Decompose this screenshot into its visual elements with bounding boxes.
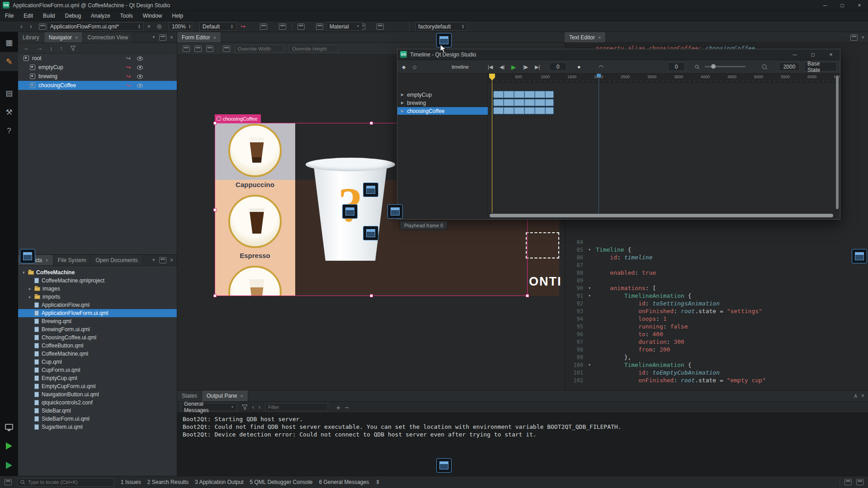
export-icon[interactable]: ↪ xyxy=(241,23,245,30)
timeline-end-marker[interactable] xyxy=(597,74,601,77)
prev-item-icon[interactable]: ‹ xyxy=(252,404,254,410)
project-item[interactable]: ▸imports xyxy=(18,293,177,301)
channel-selector[interactable]: General Messages▼ xyxy=(181,403,237,411)
tab-library[interactable]: Library xyxy=(18,32,44,42)
move-tool-icon[interactable] xyxy=(194,46,202,52)
pane-menu-icon[interactable]: ⇕ xyxy=(375,479,380,485)
project-item[interactable]: qtquickcontrols2.conf xyxy=(18,399,177,407)
chevron-down-icon[interactable]: ▼ xyxy=(152,35,156,39)
debug-run-button[interactable] xyxy=(0,456,18,475)
timeline-row-emptyCup[interactable]: ▶emptyCup xyxy=(397,91,488,99)
menu-item-file[interactable]: File xyxy=(0,11,19,21)
close-button[interactable]: × xyxy=(851,0,868,10)
playhead-frame-field[interactable]: 0 xyxy=(549,62,566,71)
project-item[interactable]: SideBar.qml xyxy=(18,407,177,415)
to-start-icon[interactable]: |◀ xyxy=(488,62,493,71)
close-document-icon[interactable]: × xyxy=(147,23,151,30)
horizontal-scrollbar[interactable] xyxy=(489,213,835,218)
project-item[interactable]: ApplicationFlowForm.ui.qml xyxy=(18,309,177,317)
bookmark-icon[interactable] xyxy=(39,23,46,30)
timeline-settings-icon[interactable]: ◆ xyxy=(402,62,406,71)
split-editor-icon[interactable] xyxy=(850,34,858,41)
timeline-selector[interactable]: timeline xyxy=(452,62,469,71)
move-down-icon[interactable]: ↓ xyxy=(50,45,53,52)
apps-grid-icon[interactable]: ▦ xyxy=(0,33,18,52)
float-panel-icon[interactable] xyxy=(159,34,166,41)
progress-icon[interactable] xyxy=(844,479,852,485)
move-up-icon[interactable]: ↑ xyxy=(60,45,63,52)
project-item[interactable]: EmptyCupForm.ui.qml xyxy=(18,382,177,390)
override-width-field[interactable]: Override Width xyxy=(235,45,284,52)
timeline-window[interactable]: DS Timeline - Qt Design Studio ─ □ × ◆ ◇… xyxy=(397,49,840,220)
close-icon[interactable]: × xyxy=(213,35,216,40)
keyframe-track-choosingCoffee[interactable] xyxy=(493,107,554,114)
float-panel-icon[interactable] xyxy=(159,257,166,263)
list-tool-icon-3[interactable] xyxy=(377,23,384,30)
material-selector[interactable]: Material ▼ xyxy=(326,22,363,31)
next-frame-icon[interactable]: |▶ xyxy=(523,62,528,71)
project-item[interactable]: CoffeeMachine.qmlproject xyxy=(18,277,177,285)
project-item[interactable]: SideBarForm.ui.qml xyxy=(18,415,177,423)
maximize-button[interactable]: □ xyxy=(834,0,851,10)
timeline-row-choosingCoffee[interactable]: ▶choosingCoffee xyxy=(397,107,488,115)
run-button[interactable] xyxy=(0,436,18,455)
project-item[interactable]: BrewingForm.ui.qml xyxy=(18,325,177,333)
close-panel-icon[interactable]: × xyxy=(170,257,173,263)
close-icon[interactable]: × xyxy=(45,258,48,263)
menu-item-edit[interactable]: Edit xyxy=(19,11,38,21)
maximize-button[interactable]: □ xyxy=(804,49,822,60)
style-selector[interactable]: Default ▲▼ xyxy=(199,22,236,31)
project-item[interactable]: Cup.qml xyxy=(18,358,177,366)
project-item[interactable]: Brewing.qml xyxy=(18,317,177,325)
tab-form-editor[interactable]: Form Editor× xyxy=(177,32,221,42)
status-pane-button[interactable]: 3 Application Output xyxy=(195,479,243,485)
current-keyframe-field[interactable]: 0 xyxy=(668,62,685,71)
code-area[interactable]: 8485▾Timeline {86 id: timeline8788 enabl… xyxy=(565,238,868,384)
keyframe-track-brewing[interactable] xyxy=(493,99,554,106)
menu-item-tools[interactable]: Tools xyxy=(115,11,138,21)
project-item[interactable]: ApplicationFlow.qml xyxy=(18,301,177,309)
project-item[interactable]: EmptyCup.qml xyxy=(18,374,177,382)
close-button[interactable]: × xyxy=(822,49,840,60)
menu-item-analyze[interactable]: Analyze xyxy=(86,11,115,21)
cappuccino-image[interactable] xyxy=(228,124,282,177)
close-editor-icon[interactable]: × xyxy=(861,34,864,41)
project-item[interactable]: CupForm.ui.qml xyxy=(18,366,177,374)
forward-button[interactable]: › xyxy=(30,23,32,29)
timeline-titlebar[interactable]: DS Timeline - Qt Design Studio ─ □ × xyxy=(397,49,840,60)
project-item[interactable]: NavigationButton.ui.qml xyxy=(18,390,177,399)
end-frame-field[interactable]: 2000 xyxy=(779,62,800,71)
close-icon[interactable]: × xyxy=(598,35,601,40)
navigator-item-brewing[interactable]: brewing↪ xyxy=(18,72,177,81)
status-pane-button[interactable]: 1 Issues xyxy=(121,479,141,485)
frame-tool-icon-2[interactable] xyxy=(279,23,286,30)
tab-text-editor[interactable]: Text Editor× xyxy=(565,32,606,42)
frame-tool-icon-3[interactable] xyxy=(297,23,305,30)
tab-file-system[interactable]: File System xyxy=(53,255,91,265)
keyframe-track-emptyCup[interactable] xyxy=(493,91,554,98)
design-mode-icon[interactable]: ✎ xyxy=(0,52,18,71)
to-end-icon[interactable]: ▶| xyxy=(535,62,540,71)
status-pane-button[interactable]: 6 General Messages xyxy=(319,479,369,485)
expand-pane-icon[interactable]: ∧ xyxy=(854,393,858,399)
tools-icon[interactable]: ⚒ xyxy=(0,103,18,122)
back-button[interactable]: ‹ xyxy=(20,23,23,29)
minimize-button[interactable]: ─ xyxy=(786,49,804,60)
close-pane-icon[interactable]: × xyxy=(861,393,864,399)
frame-tool-icon-4[interactable] xyxy=(316,23,323,30)
timeline-ruler[interactable]: 5001000150020002500300035004000450050005… xyxy=(488,74,840,83)
status-pane-button[interactable]: 5 QML Debugger Console xyxy=(250,479,313,485)
locator-input[interactable] xyxy=(28,479,111,485)
navigator-item-choosingCoffee[interactable]: choosingCoffee↪ xyxy=(18,81,177,90)
move-left-icon[interactable]: ← xyxy=(24,45,29,52)
filter-icon[interactable] xyxy=(70,46,76,51)
close-panel-icon[interactable]: × xyxy=(170,34,173,41)
sidebar-toggle-icon[interactable] xyxy=(5,479,12,485)
next-item-icon[interactable]: › xyxy=(259,404,260,410)
zoom-selector[interactable]: 100% ▲▼ xyxy=(169,22,192,31)
zoom-in-icon[interactable] xyxy=(762,62,768,71)
filter-edit-icon[interactable] xyxy=(241,404,248,410)
snap-tool-icon[interactable] xyxy=(223,46,230,52)
base-state-button[interactable]: Base State xyxy=(804,62,837,71)
debug-mode-icon[interactable]: ▤ xyxy=(0,84,18,103)
